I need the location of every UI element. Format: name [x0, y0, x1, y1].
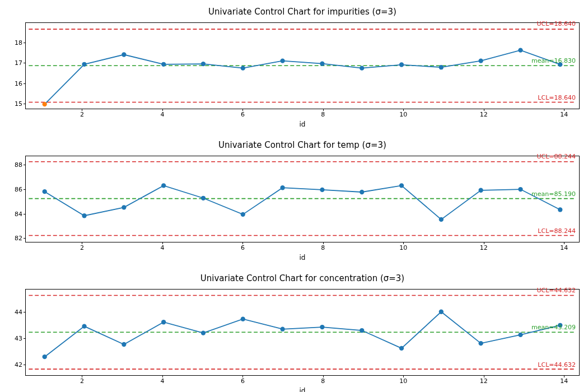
data-point [399, 183, 404, 188]
plot-area: 828486882468101214UCL=88.244LCL=88.244me… [25, 156, 580, 242]
y-tick-label: 18 [0, 39, 22, 46]
x-tick-label: 10 [399, 377, 407, 385]
ucl-label: UCL=44.632 [536, 287, 576, 294]
data-point-outlier [43, 102, 47, 106]
y-tick-label: 43 [0, 335, 22, 342]
x-tick-label: 6 [241, 377, 245, 385]
x-tick-label: 4 [160, 377, 164, 385]
figure: Univariate Control Chart for impurities … [0, 0, 588, 392]
chart-panel-concentration: Univariate Control Chart for concentrati… [25, 289, 580, 376]
x-tick-label: 8 [321, 111, 325, 118]
ucl-label: UCL=18.640 [536, 20, 576, 27]
lcl-label: LCL=44.632 [538, 361, 576, 368]
x-tick-mark [564, 109, 564, 111]
x-tick-label: 2 [80, 244, 84, 251]
x-tick-mark [323, 375, 324, 377]
x-tick-label: 10 [399, 244, 407, 251]
x-tick-mark [82, 375, 82, 377]
y-tick-label: 15 [0, 100, 22, 108]
mean-label: mean=16.830 [531, 57, 576, 64]
x-axis-label: id [25, 254, 580, 262]
data-point [241, 317, 245, 321]
plot-area: 151617182468101214UCL=18.640LCL=18.640me… [25, 22, 580, 109]
series-line [45, 312, 561, 357]
data-point [360, 328, 364, 333]
x-tick-label: 4 [160, 111, 164, 118]
data-point [122, 205, 126, 209]
x-tick-label: 8 [321, 244, 325, 251]
x-tick-label: 10 [399, 111, 407, 118]
data-point [122, 342, 126, 347]
mean-label: mean=85.190 [531, 190, 576, 198]
y-tick-mark [24, 238, 26, 239]
x-tick-mark [82, 109, 82, 111]
lcl-label: LCL=88.244 [538, 227, 576, 235]
data-point [43, 354, 47, 359]
y-tick-mark [24, 214, 26, 214]
x-tick-label: 12 [480, 111, 488, 118]
y-tick-mark [24, 83, 26, 84]
x-tick-mark [242, 242, 243, 244]
x-tick-mark [323, 109, 324, 111]
y-tick-label: 84 [0, 210, 22, 217]
x-tick-label: 2 [80, 377, 84, 385]
x-tick-mark [403, 375, 404, 377]
data-point [518, 48, 522, 52]
y-tick-label: 88 [0, 161, 22, 169]
data-point [360, 66, 364, 70]
x-tick-mark [403, 109, 404, 111]
chart-panel-impurities: Univariate Control Chart for impurities … [25, 22, 580, 109]
data-point [201, 62, 206, 66]
y-tick-label: 16 [0, 80, 22, 87]
x-tick-mark [162, 375, 163, 377]
y-tick-mark [24, 365, 26, 365]
x-tick-mark [242, 375, 243, 377]
data-point [161, 320, 166, 324]
ucl-label: UCL=88.244 [536, 153, 576, 160]
x-tick-label: 6 [241, 111, 245, 118]
x-tick-label: 6 [241, 244, 245, 251]
x-tick-label: 14 [560, 111, 568, 118]
data-point [201, 196, 206, 200]
x-tick-label: 4 [160, 244, 164, 251]
data-point [518, 333, 522, 337]
y-tick-mark [24, 165, 26, 165]
plot-area: 4243442468101214UCL=44.632LCL=44.632mean… [25, 289, 580, 376]
data-point [201, 331, 206, 335]
x-tick-mark [484, 242, 484, 244]
data-point [82, 213, 86, 218]
data-point [479, 188, 483, 193]
data-point [439, 310, 444, 314]
mean-label: mean=43.209 [531, 324, 576, 331]
y-tick-mark [24, 104, 26, 104]
y-tick-mark [24, 338, 26, 339]
x-tick-label: 14 [560, 377, 568, 385]
data-point [280, 185, 284, 190]
x-tick-mark [162, 109, 163, 111]
data-point [161, 62, 166, 67]
data-point [280, 327, 284, 332]
x-tick-label: 12 [480, 377, 488, 385]
data-point [82, 62, 86, 67]
data-point [439, 217, 444, 222]
x-tick-label: 12 [480, 244, 488, 251]
y-tick-label: 17 [0, 59, 22, 67]
x-tick-mark [242, 109, 243, 111]
data-point [122, 52, 126, 57]
x-tick-mark [82, 242, 82, 244]
data-point [241, 212, 245, 217]
chart-svg [26, 23, 579, 109]
x-tick-label: 8 [321, 377, 325, 385]
data-point [82, 324, 86, 328]
y-tick-mark [24, 63, 26, 63]
data-point [558, 207, 562, 212]
data-point [241, 66, 245, 70]
x-axis-label: id [25, 120, 580, 128]
chart-svg [26, 290, 579, 375]
data-point [439, 65, 444, 69]
data-point [479, 341, 483, 346]
lcl-label: LCL=18.640 [538, 94, 576, 101]
chart-panel-temp: Univariate Control Chart for temp (σ=3) … [25, 156, 580, 242]
chart-title: Univariate Control Chart for impurities … [25, 7, 580, 17]
data-point [43, 189, 47, 194]
